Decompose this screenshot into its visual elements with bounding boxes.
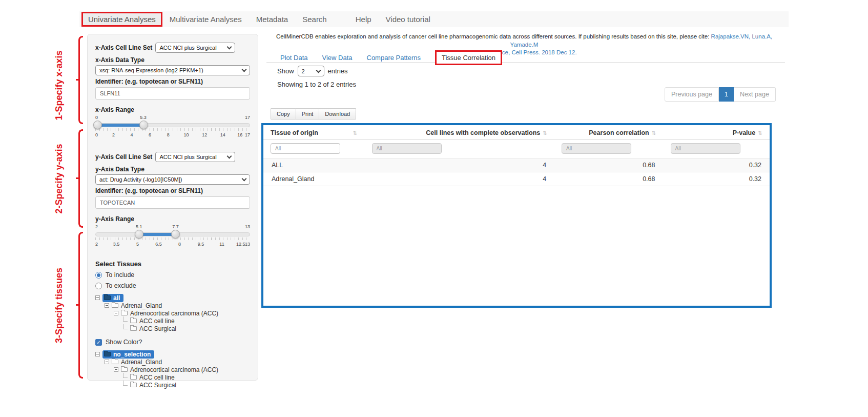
nav-item-help[interactable]: Help bbox=[348, 13, 379, 26]
y-axis-cell-line-set-select[interactable]: ACC NCI plus Surgical bbox=[155, 152, 235, 162]
filter-p-value-input[interactable] bbox=[671, 143, 740, 154]
tissues-exclude-label: To exclude bbox=[106, 282, 136, 289]
download-button[interactable]: Download bbox=[319, 108, 356, 120]
entries-count-value: 2 bbox=[302, 68, 305, 74]
x-axis-cell-line-set-value: ACC NCI plus Surgical bbox=[159, 45, 216, 51]
leaf-connector-icon bbox=[123, 381, 128, 386]
collapse-icon[interactable] bbox=[114, 367, 118, 372]
leaf-connector-icon bbox=[123, 324, 128, 329]
y-axis-identifier-input[interactable] bbox=[95, 196, 250, 209]
tree-node-root[interactable]: all bbox=[95, 294, 250, 302]
collapse-icon[interactable] bbox=[95, 352, 100, 356]
nav-item-univariate-analyses[interactable]: Univariate Analyses bbox=[81, 12, 162, 27]
next-page-button[interactable]: Next page bbox=[734, 87, 776, 102]
chevron-down-icon bbox=[242, 67, 247, 72]
y-axis-data-type-select[interactable]: act: Drug Activity (-log10[IC50M]) bbox=[95, 174, 250, 185]
cellminercdb-page: Univariate Analyses Multivariate Analyse… bbox=[0, 0, 868, 417]
tissue-color-tree: no_selection Adrenal_Gland Adrenocortica… bbox=[95, 350, 250, 389]
x-axis-cell-line-set-select[interactable]: ACC NCI plus Surgical bbox=[155, 43, 235, 53]
y-range-to-value: 7.7 bbox=[172, 224, 179, 229]
y-axis-cell-line-set-value: ACC NCI plus Surgical bbox=[159, 154, 216, 160]
x-axis-cell-line-set-label: x-Axis Cell Line Set bbox=[95, 44, 152, 51]
radio-unselected-icon bbox=[95, 283, 102, 289]
nav-item-video-tutorial[interactable]: Video tutorial bbox=[379, 13, 438, 26]
chevron-down-icon bbox=[227, 45, 232, 50]
collapse-icon[interactable] bbox=[105, 360, 109, 364]
tree-node[interactable]: ACC Surgical bbox=[95, 381, 250, 389]
x-axis-data-type-label: x-Axis Data Type bbox=[95, 56, 250, 64]
radio-selected-icon bbox=[95, 272, 102, 279]
slider-fill bbox=[95, 124, 143, 127]
chevron-down-icon bbox=[242, 176, 247, 182]
y-axis-cell-line-set-label: y-Axis Cell Line Set bbox=[95, 153, 152, 161]
x-axis-identifier-input[interactable] bbox=[95, 87, 250, 100]
slider-handle-from[interactable] bbox=[93, 121, 102, 129]
nav-item-metadata[interactable]: Metadata bbox=[249, 13, 296, 26]
column-header-pearson-correlation[interactable]: Pearson correlation⇅ bbox=[554, 125, 663, 140]
filter-tissue-input[interactable] bbox=[271, 143, 340, 154]
tissues-include-radio[interactable]: To include bbox=[95, 271, 250, 279]
filter-cell-lines-input[interactable] bbox=[372, 143, 442, 154]
page-1-button[interactable]: 1 bbox=[719, 87, 734, 102]
folder-icon bbox=[130, 326, 137, 331]
slider-handle-to[interactable] bbox=[139, 121, 148, 129]
y-range-from-value: 5.1 bbox=[136, 224, 142, 229]
show-color-checkbox[interactable]: ✓ Show Color? bbox=[95, 339, 250, 346]
table-filter-row bbox=[263, 140, 770, 158]
entries-count-select[interactable]: 2 bbox=[298, 66, 324, 76]
x-axis-range-slider[interactable]: 0 5.3 17 0 2 4 6 8 10 12 14 16 17 bbox=[95, 115, 250, 140]
tree-node[interactable]: Adrenocortical carcinoma (ACC) bbox=[95, 366, 250, 373]
x-axis-identifier-label: Identifier: (e.g. topotecan or SLFN11) bbox=[95, 78, 250, 85]
tree-node[interactable]: ACC Surgical bbox=[95, 325, 250, 332]
checkbox-checked-icon: ✓ bbox=[95, 339, 102, 346]
nav-item-search[interactable]: Search bbox=[295, 13, 334, 26]
sort-icon[interactable]: ⇅ bbox=[758, 130, 762, 136]
tree-node[interactable]: Adrenal_Gland bbox=[95, 358, 250, 366]
result-tabs: Plot Data View Data Compare Patterns Tis… bbox=[280, 50, 502, 65]
annotation-step3-label: 3-Specify tissues bbox=[54, 257, 65, 354]
tree-node[interactable]: Adrenal_Gland bbox=[95, 302, 250, 309]
entries-bar: Show 2 entries bbox=[277, 66, 348, 76]
tissue-include-tree: all Adrenal_Gland Adrenocortical carcino… bbox=[95, 294, 250, 332]
y-range-min-value: 2 bbox=[95, 224, 98, 229]
tree-node-root[interactable]: no_selection bbox=[95, 350, 250, 358]
column-header-p-value[interactable]: P-value⇅ bbox=[664, 125, 770, 140]
column-header-cell-lines[interactable]: Cell lines with complete observations⇅ bbox=[365, 125, 555, 140]
sort-icon[interactable]: ⇅ bbox=[353, 130, 358, 136]
tab-tissue-correlation[interactable]: Tissue Correlation bbox=[435, 50, 502, 65]
tissue-correlation-table: Tissue of origin⇅ Cell lines with comple… bbox=[263, 125, 770, 186]
x-axis-range-label: x-Axis Range bbox=[95, 106, 250, 113]
copy-button[interactable]: Copy bbox=[271, 108, 296, 120]
collapse-icon[interactable] bbox=[114, 311, 118, 315]
entries-label: entries bbox=[328, 67, 348, 75]
collapse-icon[interactable] bbox=[95, 295, 100, 300]
tissues-include-label: To include bbox=[106, 271, 134, 279]
table-row[interactable]: ALL 4 0.68 0.32 bbox=[263, 158, 770, 172]
print-button[interactable]: Print bbox=[296, 108, 320, 120]
previous-page-button[interactable]: Previous page bbox=[665, 87, 719, 102]
collapse-icon[interactable] bbox=[105, 303, 109, 308]
y-axis-range-slider[interactable]: 2 5.1 7.7 13 2 3.5 5 6.5 8 9.5 11 12.5 1… bbox=[95, 224, 250, 249]
tab-plot-data[interactable]: Plot Data bbox=[280, 54, 307, 62]
leaf-connector-icon bbox=[123, 316, 128, 322]
tree-node[interactable]: Adrenocortical carcinoma (ACC) bbox=[95, 309, 250, 317]
nav-item-multivariate-analyses[interactable]: Multivariate Analyses bbox=[162, 13, 249, 26]
tree-node[interactable]: ACC cell line bbox=[95, 373, 250, 381]
table-header-row: Tissue of origin⇅ Cell lines with comple… bbox=[263, 125, 770, 140]
sort-icon[interactable]: ⇅ bbox=[652, 130, 656, 136]
tab-view-data[interactable]: View Data bbox=[322, 54, 352, 62]
x-axis-data-type-select[interactable]: xsq: RNA-seq Expression (log2 FPKM+1) bbox=[95, 65, 250, 75]
chevron-down-icon bbox=[227, 154, 232, 159]
x-range-from-value: 0 bbox=[95, 115, 98, 120]
export-buttons: Copy Print Download bbox=[271, 108, 356, 120]
tab-compare-patterns[interactable]: Compare Patterns bbox=[367, 54, 421, 62]
slider-grid bbox=[95, 128, 250, 131]
table-row[interactable]: Adrenal_Gland 4 0.68 0.32 bbox=[263, 172, 770, 186]
showing-entries-text: Showing 1 to 2 of 2 entries bbox=[277, 81, 356, 88]
sort-icon[interactable]: ⇅ bbox=[543, 130, 547, 136]
tissues-exclude-radio[interactable]: To exclude bbox=[95, 282, 250, 289]
filter-pearson-input[interactable] bbox=[562, 143, 631, 154]
column-header-tissue-of-origin[interactable]: Tissue of origin⇅ bbox=[263, 125, 365, 140]
tree-node[interactable]: ACC cell line bbox=[95, 317, 250, 325]
x-range-max-value: 17 bbox=[245, 115, 250, 120]
